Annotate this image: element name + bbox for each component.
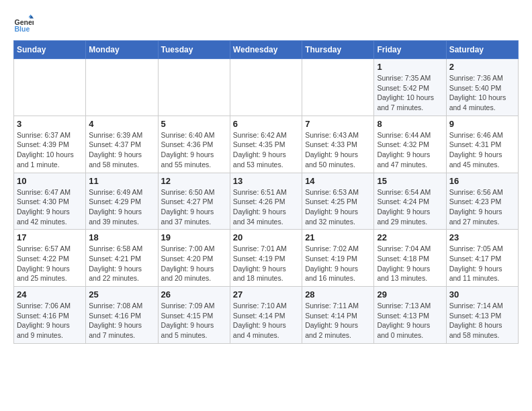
- calendar-cell: 8Sunrise: 6:44 AM Sunset: 4:32 PM Daylig…: [374, 116, 446, 173]
- calendar-cell: 28Sunrise: 7:11 AM Sunset: 4:14 PM Dayli…: [302, 287, 374, 344]
- calendar-cell: 12Sunrise: 6:50 AM Sunset: 4:27 PM Dayli…: [158, 173, 230, 230]
- calendar-cell: 24Sunrise: 7:06 AM Sunset: 4:16 PM Dayli…: [14, 287, 86, 344]
- calendar-cell: 5Sunrise: 6:40 AM Sunset: 4:36 PM Daylig…: [158, 116, 230, 173]
- day-info: Sunrise: 7:06 AM Sunset: 4:16 PM Dayligh…: [17, 301, 83, 340]
- calendar-cell: 21Sunrise: 7:02 AM Sunset: 4:19 PM Dayli…: [302, 230, 374, 287]
- week-row-5: 24Sunrise: 7:06 AM Sunset: 4:16 PM Dayli…: [14, 287, 519, 344]
- day-info: Sunrise: 6:54 AM Sunset: 4:24 PM Dayligh…: [377, 187, 443, 227]
- calendar-cell: [302, 59, 374, 116]
- day-info: Sunrise: 7:05 AM Sunset: 4:17 PM Dayligh…: [449, 244, 515, 283]
- day-number: 13: [233, 176, 299, 186]
- logo-icon: General Blue: [13, 13, 34, 34]
- day-number: 17: [17, 232, 83, 242]
- day-number: 4: [89, 119, 154, 129]
- day-number: 21: [305, 232, 371, 242]
- calendar-cell: 23Sunrise: 7:05 AM Sunset: 4:17 PM Dayli…: [446, 230, 518, 287]
- day-info: Sunrise: 7:36 AM Sunset: 5:40 PM Dayligh…: [449, 73, 515, 113]
- weekday-header-thursday: Thursday: [302, 41, 374, 59]
- calendar-cell: 4Sunrise: 6:39 AM Sunset: 4:37 PM Daylig…: [86, 116, 158, 173]
- day-info: Sunrise: 6:42 AM Sunset: 4:35 PM Dayligh…: [233, 130, 299, 170]
- calendar-cell: 25Sunrise: 7:08 AM Sunset: 4:16 PM Dayli…: [86, 287, 158, 344]
- day-info: Sunrise: 6:58 AM Sunset: 4:21 PM Dayligh…: [89, 244, 154, 283]
- calendar-cell: 13Sunrise: 6:51 AM Sunset: 4:26 PM Dayli…: [230, 173, 302, 230]
- day-info: Sunrise: 6:49 AM Sunset: 4:29 PM Dayligh…: [89, 187, 154, 227]
- day-info: Sunrise: 7:02 AM Sunset: 4:19 PM Dayligh…: [305, 244, 371, 283]
- calendar-cell: 9Sunrise: 6:46 AM Sunset: 4:31 PM Daylig…: [446, 116, 518, 173]
- day-number: 29: [377, 289, 443, 300]
- day-number: 11: [89, 176, 154, 186]
- day-number: 24: [17, 289, 83, 300]
- day-number: 22: [377, 232, 443, 242]
- day-number: 14: [305, 176, 371, 186]
- weekday-header-sunday: Sunday: [14, 41, 86, 59]
- calendar-cell: 30Sunrise: 7:14 AM Sunset: 4:13 PM Dayli…: [446, 287, 518, 344]
- day-info: Sunrise: 7:04 AM Sunset: 4:18 PM Dayligh…: [377, 244, 443, 283]
- calendar-cell: 17Sunrise: 6:57 AM Sunset: 4:22 PM Dayli…: [14, 230, 86, 287]
- calendar-cell: 2Sunrise: 7:36 AM Sunset: 5:40 PM Daylig…: [446, 59, 518, 116]
- day-info: Sunrise: 6:46 AM Sunset: 4:31 PM Dayligh…: [449, 130, 515, 170]
- week-row-2: 3Sunrise: 6:37 AM Sunset: 4:39 PM Daylig…: [14, 116, 519, 173]
- calendar-body: 1Sunrise: 7:35 AM Sunset: 5:42 PM Daylig…: [14, 59, 519, 344]
- day-info: Sunrise: 6:53 AM Sunset: 4:25 PM Dayligh…: [305, 187, 371, 227]
- day-number: 1: [377, 62, 443, 72]
- calendar-cell: 6Sunrise: 6:42 AM Sunset: 4:35 PM Daylig…: [230, 116, 302, 173]
- header: General Blue: [13, 13, 519, 34]
- calendar-cell: 7Sunrise: 6:43 AM Sunset: 4:33 PM Daylig…: [302, 116, 374, 173]
- week-row-4: 17Sunrise: 6:57 AM Sunset: 4:22 PM Dayli…: [14, 230, 519, 287]
- day-info: Sunrise: 7:14 AM Sunset: 4:13 PM Dayligh…: [449, 301, 515, 340]
- calendar-cell: 11Sunrise: 6:49 AM Sunset: 4:29 PM Dayli…: [86, 173, 158, 230]
- day-info: Sunrise: 7:09 AM Sunset: 4:15 PM Dayligh…: [161, 301, 227, 340]
- calendar-cell: 19Sunrise: 7:00 AM Sunset: 4:20 PM Dayli…: [158, 230, 230, 287]
- logo: General Blue: [13, 13, 36, 34]
- weekday-header-monday: Monday: [86, 41, 158, 59]
- day-number: 5: [161, 119, 227, 129]
- calendar-cell: 18Sunrise: 6:58 AM Sunset: 4:21 PM Dayli…: [86, 230, 158, 287]
- calendar-cell: 27Sunrise: 7:10 AM Sunset: 4:14 PM Dayli…: [230, 287, 302, 344]
- day-number: 28: [305, 289, 371, 300]
- weekday-header-saturday: Saturday: [446, 41, 518, 59]
- day-number: 7: [305, 119, 371, 129]
- day-number: 10: [17, 176, 83, 186]
- week-row-3: 10Sunrise: 6:47 AM Sunset: 4:30 PM Dayli…: [14, 173, 519, 230]
- svg-text:Blue: Blue: [15, 25, 30, 33]
- calendar-cell: [158, 59, 230, 116]
- calendar-cell: 1Sunrise: 7:35 AM Sunset: 5:42 PM Daylig…: [374, 59, 446, 116]
- calendar: SundayMondayTuesdayWednesdayThursdayFrid…: [13, 40, 519, 344]
- calendar-cell: 26Sunrise: 7:09 AM Sunset: 4:15 PM Dayli…: [158, 287, 230, 344]
- day-number: 8: [377, 119, 443, 129]
- weekday-header-friday: Friday: [374, 41, 446, 59]
- day-info: Sunrise: 6:44 AM Sunset: 4:32 PM Dayligh…: [377, 130, 443, 170]
- day-number: 26: [161, 289, 227, 300]
- calendar-cell: 14Sunrise: 6:53 AM Sunset: 4:25 PM Dayli…: [302, 173, 374, 230]
- calendar-cell: 16Sunrise: 6:56 AM Sunset: 4:23 PM Dayli…: [446, 173, 518, 230]
- calendar-cell: 10Sunrise: 6:47 AM Sunset: 4:30 PM Dayli…: [14, 173, 86, 230]
- day-info: Sunrise: 6:57 AM Sunset: 4:22 PM Dayligh…: [17, 244, 83, 283]
- day-number: 27: [233, 289, 299, 300]
- weekday-header-wednesday: Wednesday: [230, 41, 302, 59]
- day-info: Sunrise: 7:00 AM Sunset: 4:20 PM Dayligh…: [161, 244, 227, 283]
- day-info: Sunrise: 7:11 AM Sunset: 4:14 PM Dayligh…: [305, 301, 371, 340]
- calendar-cell: 20Sunrise: 7:01 AM Sunset: 4:19 PM Dayli…: [230, 230, 302, 287]
- day-number: 2: [449, 62, 515, 72]
- day-info: Sunrise: 6:47 AM Sunset: 4:30 PM Dayligh…: [17, 187, 83, 227]
- calendar-cell: [230, 59, 302, 116]
- day-info: Sunrise: 7:13 AM Sunset: 4:13 PM Dayligh…: [377, 301, 443, 340]
- calendar-cell: 29Sunrise: 7:13 AM Sunset: 4:13 PM Dayli…: [374, 287, 446, 344]
- day-number: 12: [161, 176, 227, 186]
- weekday-header-row: SundayMondayTuesdayWednesdayThursdayFrid…: [14, 41, 519, 59]
- day-number: 15: [377, 176, 443, 186]
- day-info: Sunrise: 6:51 AM Sunset: 4:26 PM Dayligh…: [233, 187, 299, 227]
- week-row-1: 1Sunrise: 7:35 AM Sunset: 5:42 PM Daylig…: [14, 59, 519, 116]
- day-info: Sunrise: 6:56 AM Sunset: 4:23 PM Dayligh…: [449, 187, 515, 227]
- day-number: 3: [17, 119, 83, 129]
- weekday-header-tuesday: Tuesday: [158, 41, 230, 59]
- calendar-cell: 15Sunrise: 6:54 AM Sunset: 4:24 PM Dayli…: [374, 173, 446, 230]
- day-number: 20: [233, 232, 299, 242]
- day-number: 23: [449, 232, 515, 242]
- day-number: 16: [449, 176, 515, 186]
- calendar-cell: 22Sunrise: 7:04 AM Sunset: 4:18 PM Dayli…: [374, 230, 446, 287]
- day-info: Sunrise: 7:08 AM Sunset: 4:16 PM Dayligh…: [89, 301, 154, 340]
- calendar-cell: 3Sunrise: 6:37 AM Sunset: 4:39 PM Daylig…: [14, 116, 86, 173]
- day-info: Sunrise: 7:35 AM Sunset: 5:42 PM Dayligh…: [377, 73, 443, 113]
- day-info: Sunrise: 6:39 AM Sunset: 4:37 PM Dayligh…: [89, 130, 154, 170]
